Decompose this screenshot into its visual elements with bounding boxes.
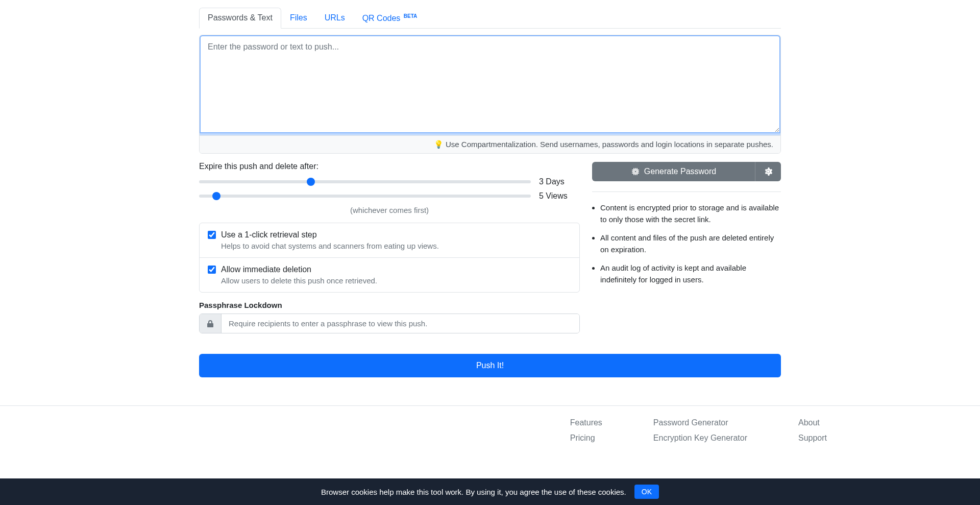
tab-files[interactable]: Files [281,8,316,29]
generate-settings-button[interactable] [755,162,781,181]
passphrase-input-group [199,314,580,333]
footer-link-about[interactable]: About [798,418,827,427]
tabs-nav: Passwords & Text Files URLs QR Codes BET… [199,8,781,29]
views-slider[interactable] [199,195,531,198]
info-list: Content is encrypted prior to storage an… [592,202,781,285]
password-textarea[interactable] [200,35,780,133]
tab-urls[interactable]: URLs [316,8,354,29]
cpu-icon [631,167,640,176]
generate-btn-group: Generate Password [592,162,781,181]
passphrase-label: Passphrase Lockdown [199,301,580,309]
footer-col-1: Features Pricing [570,418,602,443]
deletion-title: Allow immediate deletion [221,265,311,274]
lock-icon [207,320,214,328]
footer-link-support[interactable]: Support [798,434,827,443]
footer-col-3: About Support [798,418,827,443]
retrieval-checkbox[interactable] [208,231,216,239]
beta-badge: BETA [404,13,417,19]
divider [592,191,781,192]
views-value: 5 Views [539,191,580,201]
svg-rect-1 [634,171,636,173]
tab-qr-codes[interactable]: QR Codes BETA [354,8,426,29]
footer-col-2: Password Generator Encryption Key Genera… [653,418,747,443]
footer: Features Pricing Password Generator Encr… [102,418,878,443]
info-item-2: All content and files of the push are de… [600,232,781,255]
options-box: Use a 1-click retrieval step Helps to av… [199,223,580,293]
footer-link-encryption-gen[interactable]: Encryption Key Generator [653,434,747,443]
info-item-1: Content is encrypted prior to storage an… [600,202,781,225]
footer-link-pricing[interactable]: Pricing [570,434,602,443]
footer-link-features[interactable]: Features [570,418,602,427]
generate-button-label: Generate Password [644,167,716,176]
gear-icon [764,167,773,176]
footer-link-password-gen[interactable]: Password Generator [653,418,747,427]
deletion-checkbox[interactable] [208,266,216,274]
deletion-desc: Allow users to delete this push once ret… [221,276,571,285]
svg-rect-0 [633,170,638,174]
expire-label: Expire this push and delete after: [199,162,580,171]
option-retrieval: Use a 1-click retrieval step Helps to av… [200,223,579,258]
tab-passwords-text[interactable]: Passwords & Text [199,8,281,29]
days-value: 3 Days [539,177,580,186]
days-slider[interactable] [199,180,531,183]
option-deletion: Allow immediate deletion Allow users to … [200,258,579,292]
info-item-3: An audit log of activity is kept and ava… [600,262,781,285]
tab-qr-label: QR Codes [362,14,401,22]
passphrase-input[interactable] [222,314,579,333]
lock-icon-box [200,314,222,333]
whichever-text: (whichever comes first) [199,206,580,214]
textarea-hint: 💡 Use Compartmentalization. Send usernam… [200,135,780,153]
textarea-wrapper: 💡 Use Compartmentalization. Send usernam… [199,35,781,154]
retrieval-desc: Helps to avoid chat systems and scanners… [221,242,571,250]
generate-password-button[interactable]: Generate Password [592,162,755,181]
push-it-button[interactable]: Push It! [199,354,781,377]
retrieval-title: Use a 1-click retrieval step [221,230,317,239]
